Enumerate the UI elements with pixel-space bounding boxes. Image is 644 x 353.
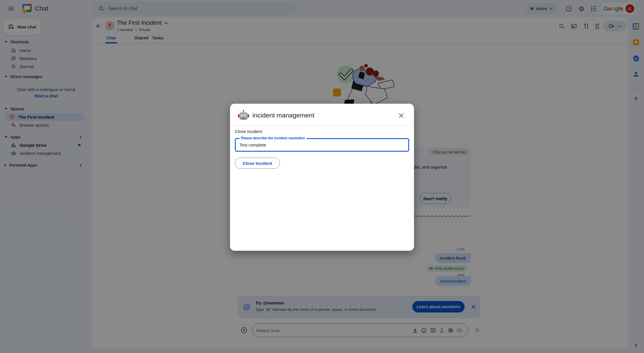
incident-management-dialog: incident management Close Incident Pleas… bbox=[230, 104, 414, 251]
google-chat-app: Chat Active ? Google C bbox=[0, 0, 644, 353]
resolution-field: Please describe the incident resolution bbox=[235, 138, 409, 152]
resolution-field-label: Please describe the incident resolution bbox=[239, 136, 306, 140]
dialog-divider bbox=[230, 126, 414, 126]
resolution-input[interactable] bbox=[236, 139, 408, 151]
close-icon bbox=[398, 113, 404, 118]
dialog-close-button[interactable] bbox=[398, 112, 404, 119]
robot-icon bbox=[237, 109, 250, 121]
dialog-title: incident management bbox=[252, 112, 314, 119]
dialog-section-title: Close Incident bbox=[235, 129, 262, 134]
close-incident-button[interactable]: Close Incident bbox=[235, 158, 280, 169]
